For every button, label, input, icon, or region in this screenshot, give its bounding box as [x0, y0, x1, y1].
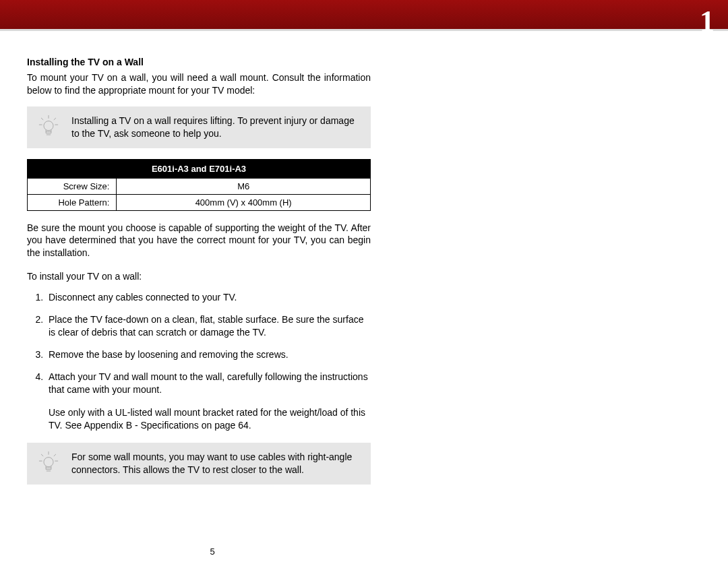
- page-content: Installing the TV on a Wall To mount you…: [0, 31, 398, 509]
- lightbulb-icon: [35, 451, 62, 476]
- svg-line-9: [41, 454, 43, 456]
- svg-line-1: [41, 118, 43, 120]
- lightbulb-icon: [35, 115, 62, 139]
- svg-line-10: [54, 454, 56, 456]
- mount-specs-table: E601i-A3 and E701i-A3 Screw Size: M6 Hol…: [27, 159, 371, 211]
- tip-text: Installing a TV on a wall requires lifti…: [71, 115, 360, 140]
- list-item: Place the TV face-down on a clean, flat,…: [46, 313, 371, 339]
- section-heading: Installing the TV on a Wall: [27, 57, 371, 67]
- steps-lead: To install your TV on a wall:: [27, 270, 371, 283]
- list-item: Disconnect any cables connected to your …: [46, 291, 371, 304]
- table-header: E601i-A3 and E701i-A3: [28, 159, 371, 178]
- intro-paragraph: To mount your TV on a wall, you will nee…: [27, 71, 371, 97]
- chapter-header-bar: 1: [0, 0, 728, 31]
- svg-point-5: [44, 121, 53, 130]
- svg-point-13: [44, 458, 53, 467]
- spec-label: Screw Size:: [28, 178, 117, 194]
- spec-value: 400mm (V) x 400mm (H): [117, 194, 371, 210]
- page-number: 5: [0, 547, 398, 557]
- tip-box-cables: For some wall mounts, you may want to us…: [27, 443, 371, 485]
- tip-text: For some wall mounts, you may want to us…: [71, 451, 360, 476]
- spec-label: Hole Pattern:: [28, 194, 117, 210]
- table-row: Hole Pattern: 400mm (V) x 400mm (H): [28, 194, 371, 210]
- install-steps: Disconnect any cables connected to your …: [27, 291, 371, 396]
- spec-value: M6: [117, 178, 371, 194]
- svg-line-2: [54, 118, 56, 120]
- chapter-number: 1: [700, 4, 715, 38]
- ensure-paragraph: Be sure the mount you choose is capable …: [27, 222, 371, 260]
- list-item: Attach your TV and wall mount to the wal…: [46, 371, 371, 396]
- list-item: Remove the base by loosening and removin…: [46, 348, 371, 361]
- tip-box-lifting: Installing a TV on a wall requires lifti…: [27, 106, 371, 148]
- table-row: Screw Size: M6: [28, 178, 371, 194]
- ul-note: Use only with a UL-listed wall mount bra…: [27, 406, 371, 432]
